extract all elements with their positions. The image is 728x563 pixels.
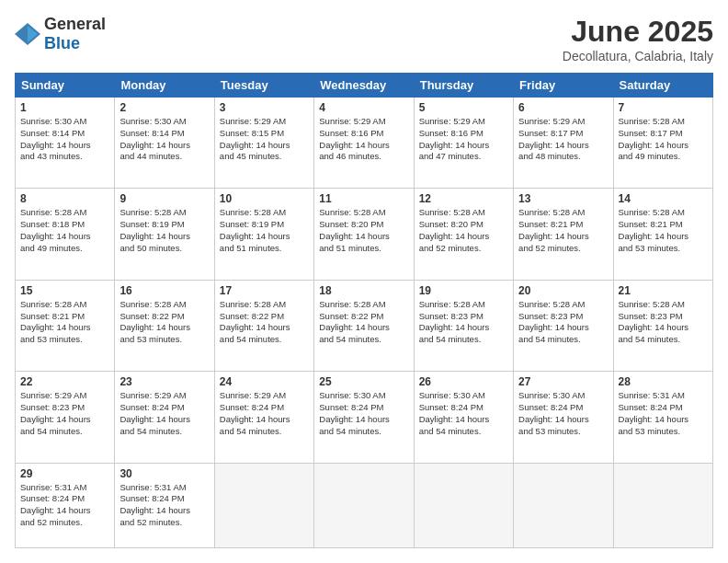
calendar-cell [414,463,513,547]
day-info: Sunrise: 5:28 AMSunset: 8:17 PMDaylight:… [619,116,708,163]
page: General Blue June 2025 Decollatura, Cala… [0,0,728,563]
logo-text: General Blue [44,15,106,53]
logo: General Blue [15,15,106,53]
month-title: June 2025 [563,15,713,49]
day-info: Sunrise: 5:29 AMSunset: 8:16 PMDaylight:… [319,116,408,163]
day-info: Sunrise: 5:30 AMSunset: 8:14 PMDaylight:… [20,116,109,163]
subtitle: Decollatura, Calabria, Italy [563,49,713,63]
day-number: 5 [419,101,508,114]
logo-blue: Blue [44,34,80,52]
day-number: 30 [119,467,209,480]
day-number: 17 [220,284,309,297]
day-number: 8 [20,192,109,205]
col-wednesday: Wednesday [314,74,414,98]
day-info: Sunrise: 5:28 AMSunset: 8:21 PMDaylight:… [20,299,109,346]
calendar-cell: 28Sunrise: 5:31 AMSunset: 8:24 PMDayligh… [613,372,712,463]
calendar-cell: 4Sunrise: 5:29 AMSunset: 8:16 PMDaylight… [314,98,414,189]
calendar-cell: 25Sunrise: 5:30 AMSunset: 8:24 PMDayligh… [314,372,414,463]
header: General Blue June 2025 Decollatura, Cala… [15,15,713,63]
calendar-cell: 13Sunrise: 5:28 AMSunset: 8:21 PMDayligh… [514,189,613,280]
calendar-cell: 21Sunrise: 5:28 AMSunset: 8:23 PMDayligh… [613,280,712,371]
day-number: 3 [220,101,309,114]
day-info: Sunrise: 5:28 AMSunset: 8:18 PMDaylight:… [20,207,109,254]
day-number: 26 [419,375,508,388]
day-number: 28 [619,375,708,388]
day-info: Sunrise: 5:28 AMSunset: 8:19 PMDaylight:… [119,207,209,254]
day-number: 14 [619,192,708,205]
day-info: Sunrise: 5:28 AMSunset: 8:23 PMDaylight:… [518,299,608,346]
day-info: Sunrise: 5:28 AMSunset: 8:20 PMDaylight:… [419,207,508,254]
day-info: Sunrise: 5:29 AMSunset: 8:24 PMDaylight:… [119,390,209,437]
calendar-cell: 7Sunrise: 5:28 AMSunset: 8:17 PMDaylight… [613,98,712,189]
calendar-cell: 23Sunrise: 5:29 AMSunset: 8:24 PMDayligh… [115,372,214,463]
calendar-cell: 12Sunrise: 5:28 AMSunset: 8:20 PMDayligh… [414,189,513,280]
day-info: Sunrise: 5:31 AMSunset: 8:24 PMDaylight:… [119,482,209,529]
col-tuesday: Tuesday [214,74,313,98]
calendar-cell [314,463,414,547]
day-number: 9 [119,192,209,205]
day-number: 2 [119,101,209,114]
day-number: 21 [619,284,708,297]
calendar-cell: 5Sunrise: 5:29 AMSunset: 8:16 PMDaylight… [414,98,513,189]
calendar-cell: 19Sunrise: 5:28 AMSunset: 8:23 PMDayligh… [414,280,513,371]
day-info: Sunrise: 5:28 AMSunset: 8:22 PMDaylight:… [220,299,309,346]
day-info: Sunrise: 5:30 AMSunset: 8:24 PMDaylight:… [518,390,608,437]
day-info: Sunrise: 5:28 AMSunset: 8:20 PMDaylight:… [319,207,408,254]
day-number: 11 [319,192,408,205]
day-number: 19 [419,284,508,297]
day-number: 12 [419,192,508,205]
day-number: 23 [119,375,209,388]
calendar-cell: 11Sunrise: 5:28 AMSunset: 8:20 PMDayligh… [314,189,414,280]
calendar-cell: 22Sunrise: 5:29 AMSunset: 8:23 PMDayligh… [16,372,115,463]
week-row-1: 1Sunrise: 5:30 AMSunset: 8:14 PMDaylight… [16,98,713,189]
day-number: 6 [518,101,608,114]
calendar-cell: 30Sunrise: 5:31 AMSunset: 8:24 PMDayligh… [115,463,214,547]
day-info: Sunrise: 5:30 AMSunset: 8:24 PMDaylight:… [319,390,408,437]
day-info: Sunrise: 5:29 AMSunset: 8:24 PMDaylight:… [220,390,309,437]
col-thursday: Thursday [414,74,513,98]
day-info: Sunrise: 5:31 AMSunset: 8:24 PMDaylight:… [20,482,109,529]
day-info: Sunrise: 5:28 AMSunset: 8:22 PMDaylight:… [119,299,209,346]
day-info: Sunrise: 5:29 AMSunset: 8:15 PMDaylight:… [220,116,309,163]
col-saturday: Saturday [613,74,712,98]
day-number: 29 [20,467,109,480]
day-info: Sunrise: 5:28 AMSunset: 8:19 PMDaylight:… [220,207,309,254]
day-info: Sunrise: 5:28 AMSunset: 8:23 PMDaylight:… [619,299,708,346]
calendar-header-row: Sunday Monday Tuesday Wednesday Thursday… [16,74,713,98]
day-info: Sunrise: 5:28 AMSunset: 8:23 PMDaylight:… [419,299,508,346]
day-info: Sunrise: 5:31 AMSunset: 8:24 PMDaylight:… [619,390,708,437]
title-area: June 2025 Decollatura, Calabria, Italy [563,15,713,63]
calendar-cell: 10Sunrise: 5:28 AMSunset: 8:19 PMDayligh… [214,189,313,280]
col-sunday: Sunday [16,74,115,98]
calendar-cell: 15Sunrise: 5:28 AMSunset: 8:21 PMDayligh… [16,280,115,371]
calendar-cell: 26Sunrise: 5:30 AMSunset: 8:24 PMDayligh… [414,372,513,463]
calendar-cell: 6Sunrise: 5:29 AMSunset: 8:17 PMDaylight… [514,98,613,189]
day-info: Sunrise: 5:29 AMSunset: 8:16 PMDaylight:… [419,116,508,163]
calendar-cell [214,463,313,547]
calendar-cell: 8Sunrise: 5:28 AMSunset: 8:18 PMDaylight… [16,189,115,280]
calendar-cell: 27Sunrise: 5:30 AMSunset: 8:24 PMDayligh… [514,372,613,463]
day-info: Sunrise: 5:30 AMSunset: 8:14 PMDaylight:… [119,116,209,163]
calendar-cell: 17Sunrise: 5:28 AMSunset: 8:22 PMDayligh… [214,280,313,371]
day-number: 25 [319,375,408,388]
day-number: 20 [518,284,608,297]
col-monday: Monday [115,74,214,98]
day-info: Sunrise: 5:29 AMSunset: 8:17 PMDaylight:… [518,116,608,163]
day-number: 22 [20,375,109,388]
day-number: 27 [518,375,608,388]
day-number: 24 [220,375,309,388]
calendar-cell: 2Sunrise: 5:30 AMSunset: 8:14 PMDaylight… [115,98,214,189]
calendar-cell: 9Sunrise: 5:28 AMSunset: 8:19 PMDaylight… [115,189,214,280]
calendar-cell [514,463,613,547]
day-number: 4 [319,101,408,114]
calendar-cell: 18Sunrise: 5:28 AMSunset: 8:22 PMDayligh… [314,280,414,371]
calendar-cell: 29Sunrise: 5:31 AMSunset: 8:24 PMDayligh… [16,463,115,547]
calendar: Sunday Monday Tuesday Wednesday Thursday… [15,73,713,548]
day-number: 15 [20,284,109,297]
col-friday: Friday [514,74,613,98]
day-info: Sunrise: 5:29 AMSunset: 8:23 PMDaylight:… [20,390,109,437]
day-number: 16 [119,284,209,297]
day-number: 18 [319,284,408,297]
week-row-2: 8Sunrise: 5:28 AMSunset: 8:18 PMDaylight… [16,189,713,280]
calendar-cell: 1Sunrise: 5:30 AMSunset: 8:14 PMDaylight… [16,98,115,189]
